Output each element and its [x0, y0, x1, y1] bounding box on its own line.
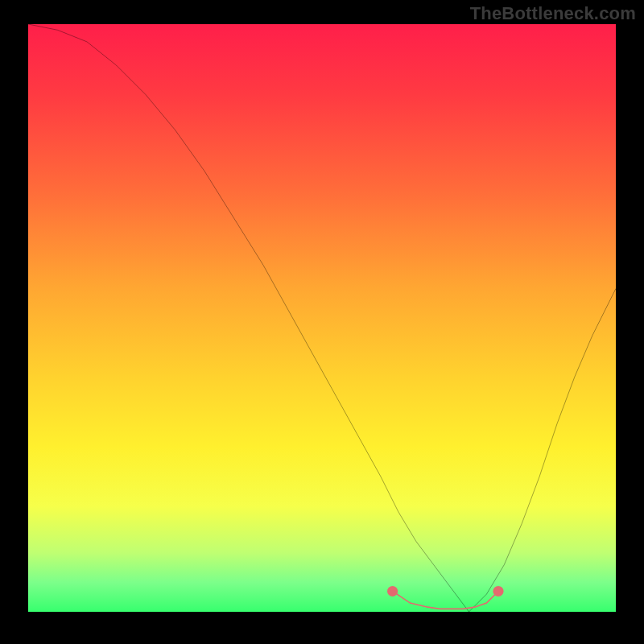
watermark-text: TheBottleneck.com	[470, 3, 636, 24]
plot-area	[28, 24, 616, 612]
highlight-dot-left	[387, 586, 398, 597]
highlight-dot-right	[493, 586, 503, 597]
right-curve	[469, 289, 617, 613]
floor-highlight	[393, 591, 498, 609]
curve-layer	[28, 24, 616, 612]
left-curve	[28, 24, 469, 612]
chart-frame: TheBottleneck.com	[0, 0, 644, 644]
